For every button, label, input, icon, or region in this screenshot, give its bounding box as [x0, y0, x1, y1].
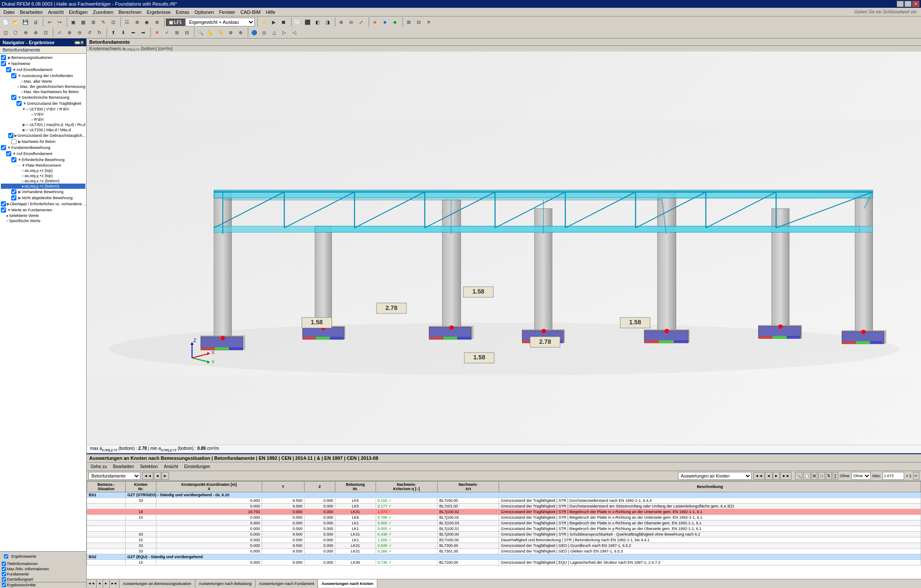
tb-btn-4[interactable]: ✎ — [98, 17, 108, 27]
tree-item-max-beton[interactable]: ○ Max. des Nachweises für Beton — [1, 89, 85, 94]
tree-item-bemessungssituationen[interactable]: ▶ Bemessungssituationen — [1, 55, 85, 61]
results-nav-next2[interactable]: ► — [773, 472, 780, 480]
tb2-g[interactable]: ⊞ — [172, 28, 182, 37]
tree-item-grenzzustand-gebrauch[interactable]: ▶ Grenzzustand der Gebrauchstauglich... — [1, 132, 85, 139]
tb2-4[interactable]: ⊗ — [31, 28, 40, 37]
tb-btn-2[interactable]: ▦ — [78, 17, 88, 27]
tree-item-spezifische-werte[interactable]: ○ Spezifische Werte — [1, 218, 85, 223]
results-ohne-dropdown[interactable]: Ohne — [851, 472, 871, 480]
tb2-r[interactable]: ◁ — [289, 28, 299, 37]
results-goto-button[interactable]: Gehe zu — [88, 463, 109, 470]
results-type-dropdown[interactable]: Auswertungen an Knoten — [678, 472, 752, 480]
results-view-button[interactable]: Ansicht — [162, 463, 180, 470]
undo-button[interactable]: ↩ — [45, 17, 54, 27]
tb-misc-3[interactable]: ✕ — [424, 17, 434, 27]
tb-view-1[interactable]: ⬜ — [293, 17, 302, 27]
results-selection-button[interactable]: Selektion — [138, 463, 160, 470]
close-button[interactable]: ✕ — [912, 1, 919, 7]
tb2-1[interactable]: ◫ — [1, 28, 10, 37]
tb2-9[interactable]: ↺ — [84, 28, 94, 37]
menu-ansicht[interactable]: Ansicht — [45, 9, 66, 16]
menu-cad-bim[interactable]: CAD-BIM — [238, 9, 263, 16]
menu-bearbeiten[interactable]: Bearbeiten — [17, 9, 45, 16]
results-icon-3[interactable]: ⊞ — [811, 472, 817, 480]
tb-btn-9[interactable]: ⊗ — [152, 17, 162, 27]
tb-calc-1[interactable]: ⚡ — [259, 17, 269, 27]
tb2-f[interactable]: ✓ — [162, 28, 172, 37]
tb2-n[interactable]: 🔵 — [250, 28, 259, 37]
tree-item-ausnutzung[interactable]: ▼ Ausnutzung der Umhüllenden — [1, 73, 85, 79]
menu-datei[interactable]: Datei — [1, 9, 17, 16]
tab-nav-next[interactable]: ► — [103, 579, 110, 588]
tb2-a[interactable]: ⬆ — [108, 28, 118, 37]
menu-ergebnisse[interactable]: Ergebnisse — [144, 9, 173, 16]
tb-btn-6[interactable]: ☷ — [122, 17, 132, 27]
results-edit-button[interactable]: Bearbeiten — [111, 463, 136, 470]
results-max-input[interactable] — [882, 472, 904, 480]
tb-misc-2[interactable]: ⊟ — [414, 17, 424, 27]
tree-item-erforderliche-bew[interactable]: ▼ Erforderliche Bewehrung — [1, 157, 85, 163]
tb2-o[interactable]: ◎ — [259, 28, 269, 37]
tb-zoom-out[interactable]: ⊖ — [347, 17, 356, 27]
tb2-d[interactable]: ➡ — [138, 28, 148, 37]
tb2-k[interactable]: 📏 — [216, 28, 225, 37]
tb2-10[interactable]: ↻ — [94, 28, 104, 37]
tb-calc-2[interactable]: ▶ — [269, 17, 279, 27]
tb2-8[interactable]: ⊖ — [75, 28, 84, 37]
tab-nav-first[interactable]: ◄◄ — [87, 579, 97, 588]
tree-item-vorhandene-bew[interactable]: ▶ Vorhandene Bewehrung — [1, 189, 85, 195]
tree-item-asreqy-bottom-selected[interactable]: ● as,req,y,+z (bottom) — [1, 184, 85, 189]
tab-nav-prev[interactable]: ◄ — [97, 579, 103, 588]
tb-color-2[interactable]: ■ — [380, 17, 390, 27]
tb-btn-3[interactable]: ⊞ — [88, 17, 98, 27]
results-nav-first2[interactable]: ◄◄ — [753, 472, 765, 480]
results-icon-6[interactable]: ∑ — [833, 472, 838, 480]
tb-color-1[interactable]: ■ — [370, 17, 380, 27]
nav-ergebniswerte-btn[interactable] — [2, 552, 10, 560]
menu-optionen[interactable]: Optionen — [192, 9, 217, 16]
tb-zoom-all[interactable]: ⤢ — [357, 17, 366, 27]
tb2-m[interactable]: ⊕ — [236, 28, 245, 37]
tb2-h[interactable]: ⊟ — [182, 28, 191, 37]
menu-fenster[interactable]: Fenster — [217, 9, 238, 16]
tb2-p[interactable]: △ — [269, 28, 279, 37]
tb2-2[interactable]: ⬡ — [11, 28, 20, 37]
tb2-e[interactable]: ✕ — [152, 28, 162, 37]
maximize-button[interactable]: □ — [905, 1, 911, 7]
tab-auswertungen-belastung[interactable]: Auswertungen nach Belastung — [195, 579, 256, 588]
results-nav-last2[interactable]: ►► — [780, 472, 791, 480]
new-button[interactable]: 📄 — [1, 17, 10, 27]
results-nav-prev[interactable]: ◄ — [154, 472, 161, 480]
results-apply-button[interactable]: ↵ — [913, 472, 919, 480]
results-icon-4[interactable]: ↑↓ — [818, 472, 825, 480]
save-button[interactable]: 💾 — [21, 17, 30, 27]
tb2-5[interactable]: ⊡ — [41, 28, 50, 37]
tb-btn-7[interactable]: ⊕ — [132, 17, 142, 27]
tb2-j[interactable]: 📐 — [206, 28, 215, 37]
tree-item-nachweis-beton[interactable]: ▶ Nachweis für Beton — [1, 139, 85, 145]
tab-auswertungen-situation[interactable]: Auswertungen an Bemessungssituation — [120, 579, 195, 588]
tree-item-asreqy-top2[interactable]: ○ as,req,y,+z (top) — [1, 173, 85, 178]
tree-item-selektierte-werte[interactable]: ● Selektierte Werte — [1, 213, 85, 218]
tb-view-2[interactable]: ⬛ — [303, 17, 312, 27]
menu-einfuegen[interactable]: Einfügen — [66, 9, 90, 16]
print-button[interactable]: 🖨 — [31, 17, 40, 27]
tree-item-rda[interactable]: ○ R'd/A' — [1, 117, 85, 122]
tab-auswertungen-knoten[interactable]: Auswertungen nach Knoten — [318, 579, 377, 588]
tb-zoom-in[interactable]: ⊕ — [337, 17, 346, 27]
minimize-button[interactable]: _ — [897, 1, 904, 7]
tree-item-fundamentbewehrung[interactable]: ▼ Fundamentbewehrung — [1, 145, 85, 151]
redo-button[interactable]: ↪ — [55, 17, 64, 27]
tree-item-auf-einzelfundament[interactable]: ▼ Auf Einzelfundament — [1, 67, 85, 73]
tree-item-werte-fundamenten[interactable]: ▼ Werte an Fundamenten — [1, 207, 85, 213]
tree-item-ult200[interactable]: ▶ ○ ULT200 | Mäx,d / Mäx,d — [1, 127, 85, 132]
tree-item-max-aller[interactable]: ○ Max. aller Werte — [1, 79, 85, 84]
nav-forward-button[interactable]: ▶ — [78, 41, 80, 45]
menu-berechnen[interactable]: Berechnen — [116, 9, 144, 16]
tb2-7[interactable]: ⊕ — [65, 28, 74, 37]
tree-item-ueberlappt[interactable]: ▶ Überlappt / Erforderliches vs. vorhand… — [1, 201, 85, 207]
tb-misc-1[interactable]: ⊞ — [404, 17, 414, 27]
navigator-tab[interactable]: Betonfundamente — [0, 46, 86, 54]
tree-item-asreqx-bottom[interactable]: ○ as,req,x,+z (bottom) — [1, 178, 85, 184]
tree-item-nachweise[interactable]: ▼ Nachweise — [1, 61, 85, 67]
